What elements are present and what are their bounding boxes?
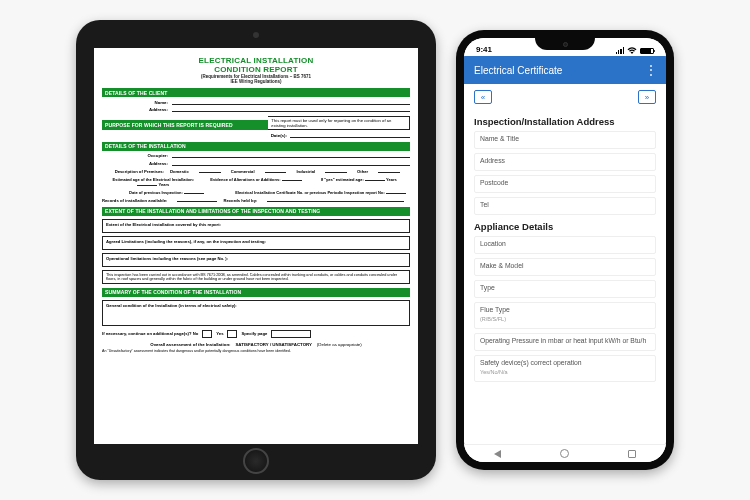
- label-postcode: Postcode: [480, 179, 650, 186]
- field-flue-type[interactable]: Flue Type (R/B/S/FL): [474, 302, 656, 329]
- label-records-avail: Records of installation available:: [102, 198, 171, 203]
- label-name: Name:: [102, 100, 172, 105]
- section-purpose-header: PURPOSE FOR WHICH THIS REPORT IS REQUIRE…: [102, 120, 268, 130]
- label-location: Location: [480, 240, 650, 247]
- input-occupier[interactable]: [172, 153, 410, 158]
- label-flue-type-sub: (R/B/S/FL): [480, 316, 650, 322]
- label-desc-premises: Description of Premises:: [102, 169, 170, 174]
- android-nav-bar: [464, 444, 666, 462]
- input-est-age[interactable]: [137, 182, 157, 186]
- input-date[interactable]: [290, 133, 410, 138]
- input-prev-cert[interactable]: [386, 190, 406, 194]
- box-bs-note: This inspection has been carried out in …: [102, 270, 410, 284]
- label-sat-unsat: SATISFACTORY / UNSATISFACTORY: [235, 342, 312, 347]
- section-address-header: Inspection/Installation Address: [474, 116, 656, 127]
- opt-industrial[interactable]: Industrial: [296, 169, 315, 174]
- checkbox-no[interactable]: [202, 330, 212, 338]
- phone-notch: [535, 38, 595, 50]
- opt-commercial[interactable]: Commercial: [231, 169, 255, 174]
- menu-dots-icon[interactable]: ⋮: [645, 64, 656, 76]
- tablet-home-button[interactable]: [243, 448, 269, 474]
- nav-prev-button[interactable]: «: [474, 90, 492, 104]
- form-title-2: CONDITION REPORT: [102, 65, 410, 74]
- input-prev-inspection[interactable]: [184, 190, 204, 194]
- field-make-model[interactable]: Make & Model: [474, 258, 656, 276]
- label-gen-cond: General condition of the Installation (i…: [106, 303, 237, 308]
- phone-device: 9:41 Electrical Certificate ⋮ « » Inspec…: [456, 30, 674, 470]
- label-op-pressure: Operating Pressure in mbar or heat input…: [480, 337, 650, 344]
- input-specify-page[interactable]: [271, 330, 311, 338]
- label-overall: Overall assessment of the Installation:: [150, 342, 230, 347]
- label-tel: Tel: [480, 201, 650, 208]
- field-op-pressure[interactable]: Operating Pressure in mbar or heat input…: [474, 333, 656, 351]
- section-client-header: DETAILS OF THE CLIENT: [102, 88, 410, 97]
- battery-icon: [640, 48, 654, 54]
- input-domestic[interactable]: [199, 169, 221, 173]
- label-safety: Safety device(s) correct operation: [480, 359, 650, 366]
- input-ifyes[interactable]: [365, 177, 385, 181]
- input-inst-address[interactable]: [172, 161, 410, 166]
- field-address[interactable]: Address: [474, 153, 656, 171]
- purpose-note: This report must be used only for report…: [268, 116, 410, 130]
- label-extent-of: Extent of the Electrical installation co…: [106, 222, 221, 227]
- label-inst-address: Address:: [102, 161, 172, 166]
- box-gen-cond[interactable]: General condition of the Installation (i…: [102, 300, 410, 326]
- android-home-icon[interactable]: [560, 449, 569, 458]
- label-make-model: Make & Model: [480, 262, 650, 269]
- label-continue: If necessary, continue on additional pag…: [102, 331, 198, 336]
- phone-camera: [563, 42, 568, 47]
- field-location[interactable]: Location: [474, 236, 656, 254]
- opt-domestic[interactable]: Domestic: [170, 169, 189, 174]
- opt-other[interactable]: Other: [357, 169, 368, 174]
- label-evidence: Evidence of Alterations or Additions:: [210, 177, 280, 182]
- android-back-icon[interactable]: [494, 450, 501, 458]
- section-extent-header: EXTENT OF THE INSTALLATION AND LIMITATIO…: [102, 207, 410, 216]
- android-recent-icon[interactable]: [628, 450, 636, 458]
- input-evidence[interactable]: [282, 177, 302, 181]
- input-commercial[interactable]: [265, 169, 287, 173]
- label-ifyes: If "yes" estimated age:: [321, 177, 364, 182]
- checkbox-yes[interactable]: [227, 330, 237, 338]
- field-name-title[interactable]: Name & Title: [474, 131, 656, 149]
- form-title-1: ELECTRICAL INSTALLATION: [102, 56, 410, 65]
- app-bar: Electrical Certificate ⋮: [464, 56, 666, 84]
- form-subtitle-2: IEE Wiring Regulations): [102, 79, 410, 84]
- label-agreed-lim: Agreed Limitations (including the reason…: [106, 239, 266, 244]
- input-other[interactable]: [378, 169, 400, 173]
- label-delete: (Delete as appropriate): [317, 342, 362, 347]
- label-years-1: Years: [159, 182, 170, 187]
- input-client-address[interactable]: [172, 107, 410, 112]
- label-years-2: Years: [386, 177, 397, 182]
- section-appliance-header: Appliance Details: [474, 221, 656, 232]
- wifi-icon: [627, 47, 637, 54]
- label-name-title: Name & Title: [480, 135, 650, 142]
- label-address: Address:: [102, 107, 172, 112]
- label-safety-sub: Yes/No/N/a: [480, 369, 650, 375]
- field-tel[interactable]: Tel: [474, 197, 656, 215]
- label-phone-address: Address: [480, 157, 650, 164]
- signal-icon: [616, 47, 624, 54]
- box-op-lim[interactable]: Operational limitations including the re…: [102, 253, 410, 267]
- tablet-camera: [253, 32, 259, 38]
- label-yes: Yes: [216, 331, 223, 336]
- box-extent-of[interactable]: Extent of the Electrical installation co…: [102, 219, 410, 233]
- input-name[interactable]: [172, 100, 410, 105]
- label-occupier: Occupier:: [102, 153, 172, 158]
- field-postcode[interactable]: Postcode: [474, 175, 656, 193]
- field-safety[interactable]: Safety device(s) correct operation Yes/N…: [474, 355, 656, 382]
- label-prev-inspection: Date of previous Inspection:: [129, 190, 183, 195]
- field-type[interactable]: Type: [474, 280, 656, 298]
- section-summary-header: SUMMARY OF THE CONDITION OF THE INSTALLA…: [102, 288, 410, 297]
- input-records-avail[interactable]: [177, 198, 217, 202]
- form-area: Inspection/Installation Address Name & T…: [464, 116, 666, 394]
- tablet-device: ELECTRICAL INSTALLATION CONDITION REPORT…: [76, 20, 436, 480]
- input-records-held[interactable]: [267, 198, 404, 202]
- tablet-screen: ELECTRICAL INSTALLATION CONDITION REPORT…: [94, 48, 418, 444]
- label-specify: Specify page: [241, 331, 267, 336]
- box-agreed-lim[interactable]: Agreed Limitations (including the reason…: [102, 236, 410, 250]
- label-records-held: Records held by:: [223, 198, 261, 203]
- footnote: An "Unsatisfactory" assessment indicates…: [102, 349, 410, 353]
- input-industrial[interactable]: [325, 169, 347, 173]
- label-prev-cert: Electrical Installation Certificate No. …: [235, 190, 385, 195]
- nav-next-button[interactable]: »: [638, 90, 656, 104]
